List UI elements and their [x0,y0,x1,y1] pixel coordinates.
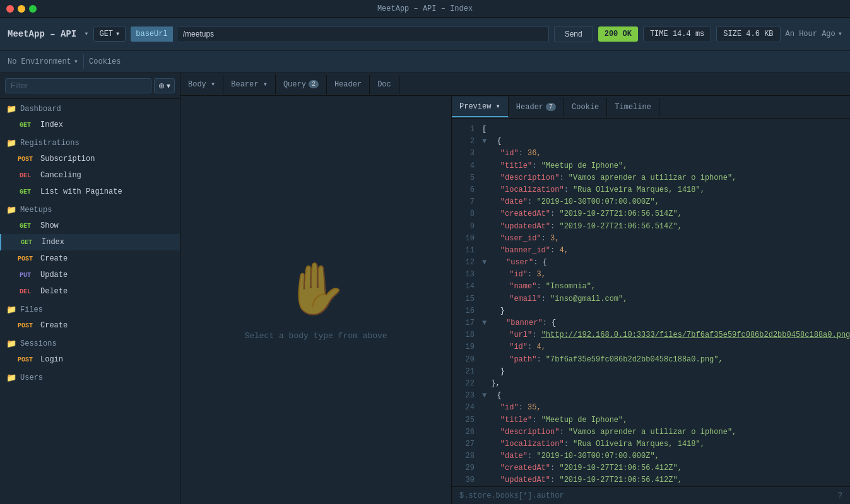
sidebar-item-subscription[interactable]: POSTSubscription [0,151,180,167]
cookies-button[interactable]: Cookies [84,55,126,69]
req-tab-bearer[interactable]: Bearer ▾ [223,74,276,94]
json-value: "2019-10-27T21:06:56.514Z", [559,209,682,218]
line-content: "createdAt": "2019-10-27T21:06:56.412Z", [482,462,682,474]
json-key: "id" [500,403,519,412]
json-line: 5 "description": "Vamos aprender a utili… [452,172,850,184]
json-line: 12▼ "user": { [452,257,850,269]
sidebar-item-list-with-paginate[interactable]: GETList with Paginate [0,184,180,200]
json-value: "Meetup de Iphone", [541,416,628,425]
hint-text: Select a body type from above [244,331,387,341]
item-label: List with Paginate [40,187,122,196]
app-title-dropdown-icon[interactable]: ▾ [84,29,88,38]
line-number: 3 [457,148,475,160]
json-url-value[interactable]: "http://192.168.0.10:3333/files/7bf6af35… [541,331,850,339]
line-content: "description": "Vamos aprender a utiliza… [482,426,736,438]
json-line: 23▼ { [452,390,850,402]
req-tab-query[interactable]: Query 2 [276,75,327,94]
collapse-toggle[interactable]: ▼ [482,137,487,146]
json-line: 25 "title": "Meetup de Iphone", [452,414,850,426]
time-badge: TIME 14.4 ms [643,26,711,42]
collapse-toggle[interactable]: ▼ [482,391,487,400]
sidebar-item-login[interactable]: POSTLogin [0,351,180,368]
section-header-sessions[interactable]: 📁Sessions [0,334,180,351]
environment-selector[interactable]: No Environment ▾ [3,54,84,69]
sidebar-item-update[interactable]: PUTUpdate [0,267,180,283]
main-toolbar: MeetApp – API ▾ GET ▾ baseUrl Send 200 O… [0,18,850,50]
folder-icon: 📁 [6,305,16,315]
line-content: "id": 35, [482,402,541,414]
item-label: Delete [40,287,68,296]
body-hint: ✋ Select a body type from above [244,259,387,341]
sidebar-item-create[interactable]: POSTCreate [0,317,180,334]
method-badge: POST [15,322,35,330]
section-header-users[interactable]: 📁Users [0,368,180,385]
environment-label: No Environment [8,57,71,66]
bracket: } [482,307,505,315]
json-key: "name" [509,282,536,291]
line-content: "date": "2019-10-30T00:07:00.000Z", [482,450,659,462]
section-header-registrations[interactable]: 📁Registrations [0,133,180,151]
time-ago[interactable]: An Hour Ago ▾ [786,29,842,38]
method-badge: DEL [15,172,35,180]
line-content: ▼ "user": { [482,257,547,269]
sidebar-item-canceling[interactable]: DELCanceling [0,167,180,184]
json-line: 9 "updatedAt": "2019-10-27T21:06:56.514Z… [452,221,850,233]
sidebar-item-index[interactable]: GETIndex [0,117,180,133]
req-tab-header[interactable]: Header [327,75,370,94]
method-select[interactable]: GET ▾ [93,26,126,42]
line-number: 21 [457,366,475,378]
method-badge: PUT [15,271,35,279]
url-path-input[interactable] [178,26,549,42]
line-number: 8 [457,208,475,220]
line-content: "title": "Meetup de Iphone", [482,414,627,426]
resp-tab-preview[interactable]: Preview ▾ [452,97,509,117]
folder-icon: 📁 [6,104,16,114]
time-ago-dropdown-icon: ▾ [838,29,842,38]
maximize-button[interactable] [29,5,37,13]
line-content: "title": "Meetup de Iphone", [482,160,627,172]
sidebar-item-show[interactable]: GETShow [0,218,180,234]
req-tab-doc[interactable]: Doc [370,75,399,94]
json-value: "2019-10-27T21:06:56.412Z", [559,476,682,484]
json-line: 20 "path": "7bf6af35e59fc086b2d2bb0458c1… [452,354,850,366]
base-url-label[interactable]: baseUrl [131,26,172,42]
jq-filter[interactable]: $.store.books[*].author [459,491,564,500]
sidebar-item-delete[interactable]: DELDelete [0,283,180,300]
subtoolbar: No Environment ▾ Cookies [0,50,850,73]
resp-tab-cookie[interactable]: Cookie [564,98,607,117]
line-number: 1 [457,124,475,136]
json-key: "description" [500,428,560,437]
json-value: 4, [536,343,545,351]
collapse-toggle[interactable]: ▼ [482,258,487,267]
json-key: "updatedAt" [500,222,550,231]
line-content: "updatedAt": "2019-10-27T21:06:56.514Z", [482,221,682,233]
json-value: "Insomnia", [546,282,596,291]
resp-tab-timeline[interactable]: Timeline [607,98,659,117]
item-label: Show [40,221,59,230]
bracket: { [488,391,502,400]
section-header-dashboard[interactable]: 📁Dashboard [0,99,180,117]
json-value: "2019-10-30T00:07:00.000Z", [536,197,659,206]
close-button[interactable] [6,5,14,13]
response-tabs: Preview ▾Header 7CookieTimeline [452,96,850,119]
minimize-button[interactable] [18,5,25,13]
sidebar-item-create[interactable]: POSTCreate [0,250,180,267]
sidebar-item-index[interactable]: GETIndex [0,234,180,250]
section-label: Registrations [20,139,80,148]
section-header-meetups[interactable]: 📁Meetups [0,200,180,218]
bottom-bar: $.store.books[*].author ? [452,486,850,504]
help-icon[interactable]: ? [838,491,842,500]
collapse-toggle[interactable]: ▼ [482,319,487,327]
add-button[interactable]: ⊕ ▾ [154,78,175,93]
section-header-files[interactable]: 📁Files [0,300,180,317]
line-number: 30 [457,474,475,486]
req-tab-body[interactable]: Body ▾ [180,74,223,94]
environment-dropdown-icon: ▾ [74,57,78,66]
line-content: ▼ { [482,390,502,402]
send-button[interactable]: Send [554,26,593,42]
json-value: "Rua Oliveira Marques, 1418", [573,185,705,194]
method-label: GET [99,30,113,38]
filter-input[interactable] [5,78,151,93]
sidebar-scroll: 📁DashboardGETIndex📁RegistrationsPOSTSubs… [0,99,180,504]
resp-tab-header[interactable]: Header 7 [509,98,564,117]
